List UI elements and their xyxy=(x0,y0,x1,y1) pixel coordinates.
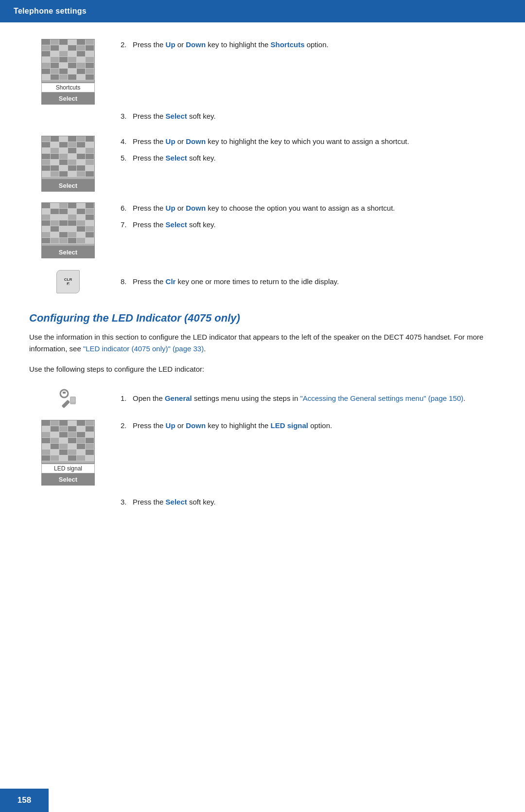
phone-image-col-2: Shortcuts Select xyxy=(29,39,107,105)
wrench-icon-col xyxy=(29,388,107,409)
phone-image-col-45: Select xyxy=(29,136,107,192)
step4-text-1: Press the xyxy=(133,137,166,145)
step4-text-2: or xyxy=(175,137,186,145)
step4-up: Up xyxy=(166,137,175,145)
step2-text-3: key to highlight the xyxy=(206,40,270,49)
section2-step3-block: 3. Press the Select soft key. xyxy=(121,494,496,508)
step-67-block: Select 6. Press the Up or Down key to ch… xyxy=(29,200,496,258)
s2step2-up: Up xyxy=(166,421,175,430)
step2-up: Up xyxy=(166,40,175,49)
step-2-text: 2. Press the Up or Down key to highlight… xyxy=(121,37,496,51)
step6-text-3: key to choose the option you want to ass… xyxy=(206,204,395,212)
step4-num: 4. xyxy=(121,137,131,145)
step6-text-2: or xyxy=(175,204,186,212)
phone-screen-67 xyxy=(41,202,95,246)
select-button-7[interactable]: Select xyxy=(41,246,95,258)
s2step3-select: Select xyxy=(166,498,187,506)
led-signal-label: LED signal xyxy=(41,464,95,473)
step3-select: Select xyxy=(166,112,187,120)
step2-num: 2. xyxy=(121,40,131,49)
phone-image-col-led: LED signal Select xyxy=(29,420,107,486)
s2step2-down: Down xyxy=(186,421,206,430)
s2step2-num: 2. xyxy=(121,421,131,430)
step2-down: Down xyxy=(186,40,206,49)
step-3-text: 3. Press the Select soft key. xyxy=(121,108,496,122)
clr-icon-col: CLR ◩ xyxy=(29,269,107,294)
section2-title: Configuring the LED Indicator (4075 only… xyxy=(29,312,496,325)
step8-text-1: Press the xyxy=(133,277,166,286)
clr-icon: CLR ◩ xyxy=(56,270,80,293)
shortcuts-label: Shortcuts xyxy=(41,83,95,92)
svg-rect-2 xyxy=(63,392,66,394)
s2step3-num: 3. xyxy=(121,498,131,506)
step4-down: Down xyxy=(186,137,206,145)
step2-text-1: Press the xyxy=(133,40,166,49)
section2-step3-text: 3. Press the Select soft key. xyxy=(121,494,496,508)
page-number: 158 xyxy=(0,789,49,812)
section2-link1[interactable]: "LED indicator (4075 only)" (page 33) xyxy=(83,344,204,353)
step6-up: Up xyxy=(166,204,175,212)
step7-text-2: soft key. xyxy=(187,220,216,229)
s2step1-text-3: . xyxy=(463,394,465,402)
step3-num: 3. xyxy=(121,112,131,120)
section2-step2-block: LED signal Select 2. Press the Up or Dow… xyxy=(29,418,496,486)
step-2-block: Shortcuts Select 2. Press the Up or Down… xyxy=(29,37,496,105)
s2step2-text-3: key to highlight the xyxy=(206,421,270,430)
select-button-5[interactable]: Select xyxy=(41,180,95,192)
step-8-block: CLR ◩ 8. Press the Clr key one or more t… xyxy=(29,267,496,294)
step8-text-2: key one or more times to return to the i… xyxy=(175,277,339,286)
s2step1-link[interactable]: "Accessing the General settings menu" (p… xyxy=(300,394,463,402)
section2-body1-end: . xyxy=(204,344,206,353)
step-8-text: 8. Press the Clr key one or more times t… xyxy=(121,274,496,288)
svg-rect-4 xyxy=(71,397,75,402)
step7-select: Select xyxy=(166,220,187,229)
step2-shortcuts: Shortcuts xyxy=(271,40,305,49)
page-content: Shortcuts Select 2. Press the Up or Down… xyxy=(0,22,525,556)
s2step1-general: General xyxy=(165,394,192,402)
clr-sub: ◩ xyxy=(67,282,70,286)
step-67-text: 6. Press the Up or Down key to choose th… xyxy=(121,200,496,231)
s2step2-text-4: option. xyxy=(308,421,332,430)
step8-clr: Clr xyxy=(166,277,176,286)
section2-step2-text: 2. Press the Up or Down key to highlight… xyxy=(121,418,496,436)
phone-screen-2 xyxy=(41,39,95,83)
section2-body1: Use the information in this section to c… xyxy=(29,331,496,355)
step5-select: Select xyxy=(166,154,187,162)
select-button-led[interactable]: Select xyxy=(41,473,95,486)
s2step2-led: LED signal xyxy=(271,421,309,430)
page-header: Telephone settings xyxy=(0,0,525,22)
phone-screen-led xyxy=(41,420,95,464)
svg-rect-0 xyxy=(62,400,70,409)
s2step3-text-1: Press the xyxy=(133,498,166,506)
phone-screen-45 xyxy=(41,136,95,180)
clr-icon-wrap: CLR ◩ xyxy=(55,269,81,294)
step2-text-2: or xyxy=(175,40,186,49)
s2step1-text-2: settings menu using the steps in xyxy=(192,394,300,402)
section2-step1-text: 1. Open the General settings menu using … xyxy=(121,391,496,404)
step7-num: 7. xyxy=(121,220,131,229)
step5-num: 5. xyxy=(121,154,131,162)
step4-text-3: key to highlight the key to which you wa… xyxy=(206,137,409,145)
step8-num: 8. xyxy=(121,277,131,286)
step2-text-4: option. xyxy=(305,40,329,49)
step-3-block: 3. Press the Select soft key. xyxy=(121,108,496,122)
section2-body2: Use the following steps to configure the… xyxy=(29,363,496,375)
s2step2-text-1: Press the xyxy=(133,421,166,430)
step-45-block: Select 4. Press the Up or Down key to hi… xyxy=(29,134,496,192)
step5-text-2: soft key. xyxy=(187,154,216,162)
step6-down: Down xyxy=(186,204,206,212)
select-button-2[interactable]: Select xyxy=(41,92,95,105)
step3-text-2: soft key. xyxy=(187,112,216,120)
step6-text-1: Press the xyxy=(133,204,166,212)
step-45-text: 4. Press the Up or Down key to highlight… xyxy=(121,134,496,164)
s2step3-text-2: soft key. xyxy=(187,498,216,506)
section2-step1-block: 1. Open the General settings menu using … xyxy=(29,386,496,409)
s2step2-text-2: or xyxy=(175,421,186,430)
step3-text-1: Press the xyxy=(133,112,166,120)
step7-text-1: Press the xyxy=(133,220,166,229)
step6-num: 6. xyxy=(121,204,131,212)
clr-label: CLR xyxy=(64,278,72,282)
s2step1-num: 1. xyxy=(121,394,131,402)
phone-image-col-67: Select xyxy=(29,202,107,258)
wrench-icon xyxy=(57,388,79,409)
